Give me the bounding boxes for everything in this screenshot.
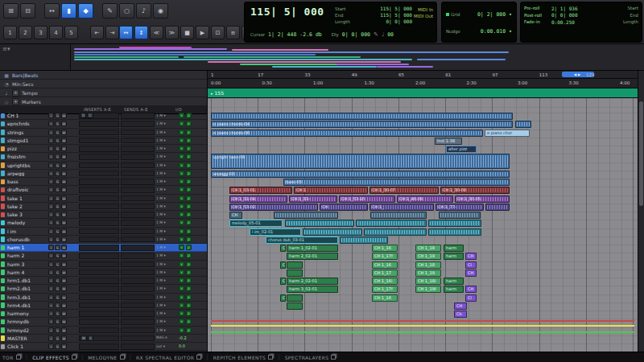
markers-ruler[interactable]: ▸155 [208, 88, 638, 98]
track-s-button[interactable]: S [55, 343, 60, 349]
audio-clip[interactable] [340, 237, 388, 244]
scrub-tool-button[interactable]: ○ [119, 3, 134, 19]
track-m-button[interactable]: M [61, 146, 67, 151]
track-m-button[interactable]: M [61, 294, 67, 300]
grid-selector[interactable]: Grid 0| 2| 000 ▾ [446, 6, 512, 23]
sends-cell[interactable] [121, 253, 155, 259]
inserts-cell[interactable] [79, 286, 119, 292]
track-v-button[interactable]: v [179, 327, 184, 333]
track-m-button[interactable]: M [61, 335, 67, 341]
track-name[interactable]: take 3 [7, 212, 47, 217]
audio-clip[interactable]: CH 1_30-07 [369, 187, 439, 194]
bottom-tab[interactable]: TOR [2, 355, 21, 360]
track-s-button[interactable]: S [55, 286, 60, 291]
audio-clip[interactable]: CH [454, 302, 467, 310]
track-i-button[interactable]: I [48, 278, 54, 283]
track-i-button[interactable]: I [48, 220, 54, 225]
audio-clip[interactable]: harm 2_02-01 [287, 253, 338, 260]
track-v-button[interactable]: v [179, 311, 184, 316]
track-p-button[interactable]: p [186, 294, 192, 300]
track-i-button[interactable]: I [48, 154, 54, 159]
io-selector[interactable]: 1 M ▾ [156, 138, 177, 142]
audio-clip[interactable]: CH 1_16 [372, 294, 398, 302]
track-i-button[interactable]: I [48, 204, 54, 209]
track-m-button[interactable]: M [61, 319, 67, 324]
audio-clip[interactable]: i im_02-01 [250, 228, 301, 236]
audio-clip[interactable]: CH 1_19 [415, 253, 441, 260]
track-v-button[interactable]: v [179, 162, 184, 168]
track-row[interactable]: CH 1ISMDC1 M ▾vp [0, 112, 207, 120]
sends-cell[interactable] [121, 302, 155, 309]
metronome-button[interactable]: ♪ [136, 3, 151, 19]
track-p-button[interactable]: p [186, 269, 192, 275]
audio-clip[interactable]: CH 1_17 [372, 269, 398, 277]
sends-cell[interactable] [121, 261, 155, 268]
link-edit-button[interactable]: ↔ [119, 26, 133, 39]
io-selector[interactable]: 1 M ▾ [156, 270, 177, 274]
track-m-button[interactable]: M [61, 302, 67, 308]
audio-clip[interactable]: CH [229, 212, 242, 219]
audio-clip[interactable]: melody_05-01 [229, 220, 283, 227]
sends-cell[interactable] [121, 269, 155, 276]
io-selector[interactable]: 1 M ▾ [156, 121, 177, 125]
track-i-button[interactable]: I [48, 138, 54, 143]
track-s-button[interactable]: S [55, 228, 60, 234]
track-row[interactable]: pizzISM1 M ▾vp [0, 145, 207, 153]
audio-clip[interactable]: CH 1_17f [372, 253, 398, 260]
track-s-button[interactable]: S [55, 212, 60, 217]
track-i-button[interactable]: I [48, 286, 54, 291]
audio-clip[interactable] [356, 220, 427, 227]
audio-clip[interactable]: chorus dub_03-01 [266, 237, 338, 244]
end-value[interactable]: 115| 5| 000 [380, 12, 412, 19]
track-v-button[interactable]: v [179, 245, 184, 250]
inserts-cell[interactable]: DC [79, 113, 119, 119]
audio-clip[interactable]: CH 1_19f [415, 286, 441, 293]
audio-clip[interactable]: harm 3_02-01 [287, 286, 338, 293]
io-selector[interactable]: 1 M ▾ [156, 278, 177, 282]
inserts-cell[interactable] [79, 294, 119, 301]
track-m-button[interactable]: M [61, 245, 67, 250]
track-row[interactable]: melodyISM1 M ▾vp [0, 219, 207, 227]
track-i-button[interactable]: I [48, 319, 54, 324]
track-m-button[interactable]: M [61, 138, 67, 143]
audio-clip[interactable]: CH [465, 269, 477, 277]
track-m-button[interactable]: M [61, 212, 67, 217]
track-p-button[interactable]: p [186, 220, 192, 225]
inserts-cell[interactable] [79, 261, 119, 268]
audio-clip[interactable]: CH 1_16 [372, 245, 398, 252]
track-v-button[interactable]: v [179, 220, 184, 225]
delay-compensation-button[interactable]: Dly [332, 32, 339, 37]
io-selector[interactable]: 1 M ▾ [156, 295, 177, 299]
track-row[interactable]: harm 4ISM1 M ▾vp [0, 269, 207, 277]
track-i-button[interactable]: I [48, 253, 54, 258]
audio-clip[interactable]: CH 1_16 [372, 261, 398, 269]
track-p-button[interactable]: p [186, 286, 192, 291]
track-p-button[interactable]: p [186, 302, 192, 308]
audio-clip[interactable] [485, 204, 510, 211]
audio-clip[interactable]: CH 1_77- [436, 204, 484, 211]
audio-clip[interactable] [274, 212, 338, 219]
io-selector[interactable]: 1 M ▾ [156, 113, 177, 117]
sends-cell[interactable] [121, 171, 155, 177]
audio-clip[interactable] [370, 212, 427, 219]
audio-clip[interactable]: CH 1_30-05 [455, 195, 510, 203]
audio-clip[interactable]: harm [444, 245, 464, 252]
inserts-cell[interactable]: MS [79, 335, 119, 342]
track-i-button[interactable]: I [48, 294, 54, 300]
io-selector[interactable]: 1 M ▾ [156, 171, 177, 175]
metronome-icon[interactable]: ♩ [382, 31, 384, 38]
audio-clip[interactable]: Cl [465, 261, 477, 269]
track-v-button[interactable]: v [179, 154, 184, 159]
track-m-button[interactable]: M [61, 327, 67, 333]
pre-roll-value[interactable]: 2| 1| 936 [551, 6, 593, 11]
track-name[interactable]: harm 2 [7, 253, 47, 258]
track-row[interactable]: harm 2ISM1 M ▾vp [0, 252, 207, 260]
sends-cell[interactable] [121, 130, 155, 136]
track-s-button[interactable]: S [55, 220, 60, 225]
track-i-button[interactable]: I [48, 302, 54, 308]
track-i-button[interactable]: I [48, 187, 54, 192]
grabber-tool-button[interactable]: ◆ [78, 3, 93, 19]
track-v-button[interactable]: v [179, 228, 184, 234]
track-v-button[interactable]: v [179, 237, 184, 242]
sends-cell[interactable] [121, 204, 155, 210]
